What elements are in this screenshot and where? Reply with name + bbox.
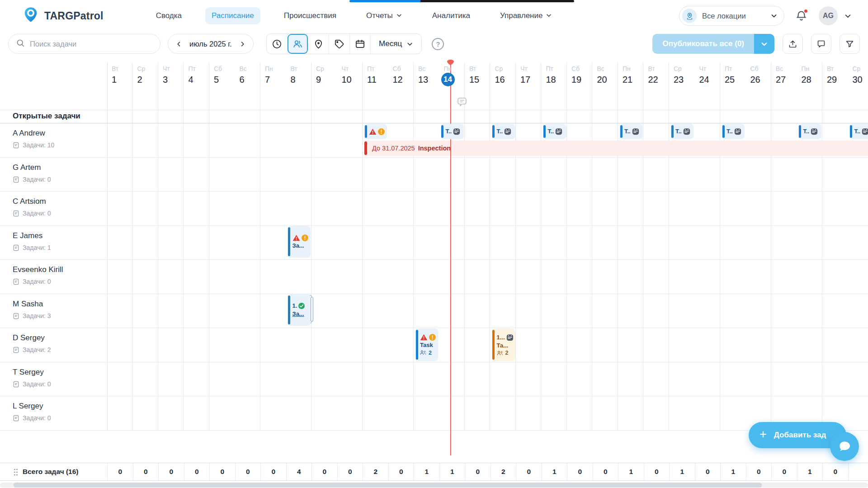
weekday-label: Вт	[648, 65, 655, 72]
person-name: T Sergey	[13, 368, 107, 377]
view-by-time-button[interactable]	[267, 34, 288, 54]
weekday-label: Сб	[571, 65, 580, 72]
nav-item-3[interactable]: Происшествия	[278, 7, 343, 24]
person-row[interactable]: G ArtemЗадачи: 0	[0, 157, 107, 191]
scale-dropdown[interactable]: Месяц	[371, 34, 421, 54]
chat-widget-button[interactable]	[830, 432, 859, 461]
person-row[interactable]: Evseenko KirillЗадачи: 0	[0, 259, 107, 294]
person-row[interactable]: D SergeyЗадачи: 2	[0, 328, 107, 362]
weekday-label: Вс	[240, 65, 247, 72]
view-by-calendar-button[interactable]	[350, 34, 371, 54]
person-name: D Sergey	[13, 333, 107, 343]
horizontal-scrollbar-thumb[interactable]	[14, 483, 762, 488]
chip-number: 1.	[292, 302, 297, 310]
day-header-25[interactable]: Пт25	[720, 62, 746, 92]
task-chip[interactable]: Т..	[798, 124, 821, 139]
day-header-10[interactable]: Чт10	[337, 62, 363, 92]
total-cell-day-6: 0	[235, 463, 261, 480]
publish-dropdown-button[interactable]	[754, 34, 774, 54]
task-chip[interactable]: Т..	[670, 124, 693, 139]
nav-item-4[interactable]: Отчеты	[360, 7, 409, 25]
task-chip[interactable]	[364, 124, 387, 139]
task-chip[interactable]: За...	[288, 226, 311, 258]
day-header-29[interactable]: Вт29	[822, 62, 848, 92]
total-cell-day-15: 0	[465, 463, 491, 480]
nav-item-2[interactable]: Расписание	[205, 7, 260, 24]
task-chip[interactable]: Т..	[543, 124, 566, 139]
task-chip[interactable]: Т..	[722, 124, 745, 139]
day-header-18[interactable]: Пт18	[542, 62, 567, 92]
view-by-people-button[interactable]	[288, 34, 308, 54]
view-by-location-button[interactable]	[308, 34, 329, 54]
day-header-20[interactable]: Вс20	[593, 62, 618, 92]
day-header-19[interactable]: Сб19	[567, 62, 593, 92]
date-label: 4	[189, 75, 193, 85]
person-row[interactable]: T SergeyЗадачи: 0	[0, 362, 107, 396]
location-selector[interactable]: Все локации	[679, 6, 784, 26]
person-row[interactable]: L SergeyЗадачи: 0	[0, 396, 107, 430]
task-search[interactable]	[8, 34, 160, 54]
day-header-16[interactable]: Ср16	[491, 62, 516, 92]
view-by-tags-button[interactable]	[329, 34, 350, 54]
day-header-5[interactable]: Сб5	[209, 62, 235, 92]
day-header-15[interactable]: Вт15	[465, 62, 491, 92]
notifications-bell[interactable]	[795, 9, 808, 22]
chip-label: За...	[292, 310, 310, 318]
nav-item-1[interactable]: Сводка	[150, 7, 188, 24]
user-menu[interactable]: AG	[819, 6, 852, 25]
chip-label: Т..	[726, 128, 733, 135]
day-header-13[interactable]: Вс13	[414, 62, 439, 92]
task-chip[interactable]: Т..	[849, 124, 868, 139]
assignee-count: 2	[429, 350, 432, 356]
comments-button[interactable]	[811, 34, 831, 54]
task-chip[interactable]: 1.За...	[288, 294, 311, 326]
person-row[interactable]: A AndrewЗадачи: 10	[0, 123, 107, 157]
day-header-7[interactable]: Пн7	[260, 62, 286, 92]
day-header-6[interactable]: Вс6	[235, 62, 261, 92]
prev-month-button[interactable]	[175, 41, 182, 47]
task-chip[interactable]: Т..	[619, 124, 642, 139]
weekday-label: Чт	[342, 65, 349, 72]
day-header-2[interactable]: Ср2	[133, 62, 159, 92]
task-chip[interactable]: Т..	[441, 124, 464, 139]
day-header-8[interactable]: Вт8	[286, 62, 312, 92]
day-header-27[interactable]: Вс27	[771, 62, 797, 92]
deadline-strip[interactable]: До 31.07.2025 Inspection	[364, 141, 868, 156]
date-label: 10	[342, 75, 352, 85]
task-chip[interactable]: Т..	[492, 124, 515, 139]
day-header-1[interactable]: Вт1	[107, 62, 133, 92]
nav-item-5[interactable]: Аналитика	[426, 7, 476, 24]
day-header-22[interactable]: Вт22	[644, 62, 670, 92]
day-header-11[interactable]: Пт11	[363, 62, 388, 92]
export-button[interactable]	[783, 34, 803, 54]
nav-item-6[interactable]: Управление	[494, 7, 559, 25]
day-header-9[interactable]: Ср9	[311, 62, 337, 92]
search-input[interactable]	[30, 40, 153, 48]
day-header-24[interactable]: Чт24	[695, 62, 721, 92]
day-header-30[interactable]: Ср30	[848, 62, 868, 92]
weekday-label: Вт	[827, 65, 834, 72]
today-date-badge[interactable]: 14	[441, 73, 455, 86]
app-logo[interactable]: TARGPatrol	[22, 6, 104, 26]
day-header-21[interactable]: Пн21	[618, 62, 644, 92]
day-header-28[interactable]: Пн28	[797, 62, 823, 92]
day-header-26[interactable]: Сб26	[746, 62, 772, 92]
filter-button[interactable]	[840, 34, 860, 54]
task-chip[interactable]: 1...Та...2	[492, 328, 515, 361]
person-row[interactable]: E JamesЗадачи: 1	[0, 225, 107, 259]
next-month-button[interactable]	[239, 41, 246, 47]
period-label[interactable]: июль 2025 г.	[189, 40, 232, 48]
day-header-12[interactable]: Сб12	[388, 62, 414, 92]
drag-handle-icon[interactable]	[14, 468, 18, 476]
day-header-23[interactable]: Ср23	[669, 62, 695, 92]
help-icon[interactable]: ?	[432, 38, 444, 50]
person-row[interactable]: C ArtsiomЗадачи: 0	[0, 191, 107, 225]
day-header-4[interactable]: Пт4	[184, 62, 210, 92]
weekday-label: Сб	[214, 65, 222, 72]
task-chip[interactable]: Task2	[415, 328, 438, 361]
chip-label: Т..	[446, 128, 452, 135]
day-header-3[interactable]: Чт3	[158, 62, 184, 92]
person-row[interactable]: M SashaЗадачи: 3	[0, 294, 107, 328]
day-header-17[interactable]: Чт17	[516, 62, 542, 92]
publish-all-button[interactable]: Опубликовать все (0)	[652, 34, 754, 54]
